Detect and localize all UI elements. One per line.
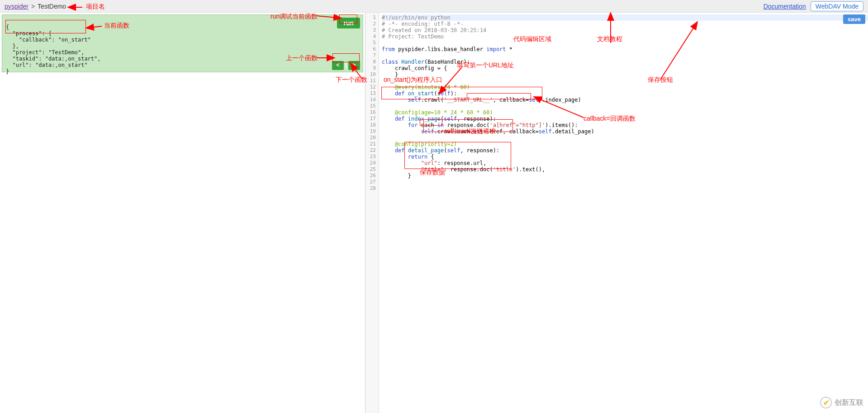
logo-corner: ✔ 创新互联 [820, 397, 863, 408]
topbar: pyspider > TestDemo Documentation WebDAV… [0, 0, 868, 13]
breadcrumb-root[interactable]: pyspider [5, 3, 28, 10]
breadcrumb-sep: > [31, 3, 35, 10]
logo-text: 创新互联 [835, 398, 863, 408]
run-button[interactable]: run [337, 18, 360, 28]
line-gutter: 1234567 891011121314 15161718192021 2223… [365, 13, 379, 413]
prev-button[interactable]: < [332, 61, 344, 70]
documentation-link[interactable]: Documentation [764, 3, 806, 10]
next-button[interactable]: > [348, 61, 360, 70]
breadcrumb-project: TestDemo [38, 3, 66, 10]
webdav-mode-button[interactable]: WebDAV Mode [811, 1, 863, 11]
logo-icon: ✔ [820, 397, 832, 408]
task-json-box: { "process": { "callback": "on_start" },… [2, 14, 363, 72]
save-button[interactable]: save [843, 14, 865, 24]
code-editor[interactable]: #!/usr/bin/env python # -*- encoding: ut… [379, 13, 868, 413]
right-pane: 1234567 891011121314 15161718192021 2223… [365, 13, 868, 413]
left-pane: { "process": { "callback": "on_start" },… [0, 13, 365, 413]
nav-sep: | [345, 61, 347, 70]
